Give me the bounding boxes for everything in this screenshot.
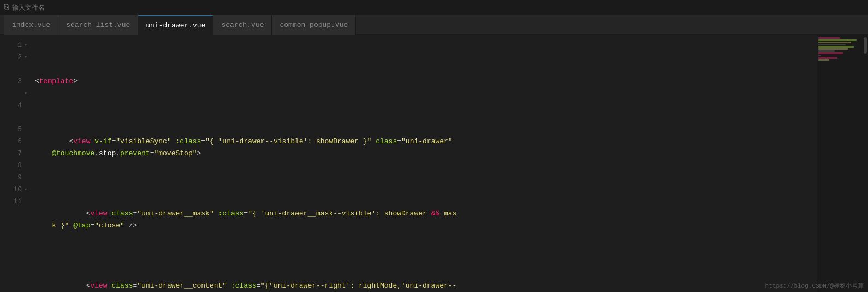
tab-common-popup[interactable]: common-popup.vue [272, 15, 356, 35]
code-line-2: <view v-if="visibleSync" :class="{ 'uni-… [33, 136, 817, 160]
scrollbar[interactable] [860, 35, 868, 292]
tab-search-list[interactable]: search-list.vue [58, 15, 138, 35]
filename-input[interactable] [12, 4, 121, 11]
tab-uni-drawer[interactable]: uni-drawer.vue [138, 15, 213, 35]
line-num-7: 7 [0, 148, 28, 160]
line-num-4: 4 ▾ [0, 87, 28, 112]
line-num-6: 6 [0, 136, 28, 148]
code-area: 1 ▾ 2 ▾ 3 4 ▾ 5 6 7 8 9 10 ▾ 11 <templat… [0, 35, 868, 292]
code-line-3: <view class="uni-drawer__mask" :class="{… [33, 208, 817, 232]
line-num-5: 5 [0, 112, 28, 136]
tab-search[interactable]: search.vue [213, 15, 272, 35]
line-num-9: 9 [0, 172, 28, 184]
scrollbar-thumb[interactable] [864, 37, 867, 54]
line-num-8: 8 [0, 160, 28, 172]
minimap-lines [817, 35, 860, 63]
tab-index[interactable]: index.vue [4, 15, 58, 35]
tab-bar: index.vue search-list.vue uni-drawer.vue… [0, 15, 868, 35]
watermark: https://blog.CSDN/@标签小号算 [765, 282, 864, 290]
line-num-1: 1 ▾ [0, 39, 28, 51]
line-num-3: 3 [0, 63, 28, 87]
code-line-1: <template> [33, 75, 817, 87]
line-num-11: 11 [0, 196, 28, 208]
minimap [817, 35, 860, 292]
header-bar: ⎘ [0, 0, 868, 15]
line-num-10: 10 ▾ [0, 184, 28, 196]
line-numbers: 1 ▾ 2 ▾ 3 4 ▾ 5 6 7 8 9 10 ▾ 11 [0, 35, 28, 292]
code-editor[interactable]: <template> <view v-if="visibleSync" :cla… [28, 35, 817, 292]
line-num-2: 2 ▾ [0, 51, 28, 63]
code-line-4: <view class="uni-drawer__content" :class… [33, 280, 817, 292]
file-icon: ⎘ [4, 3, 9, 11]
